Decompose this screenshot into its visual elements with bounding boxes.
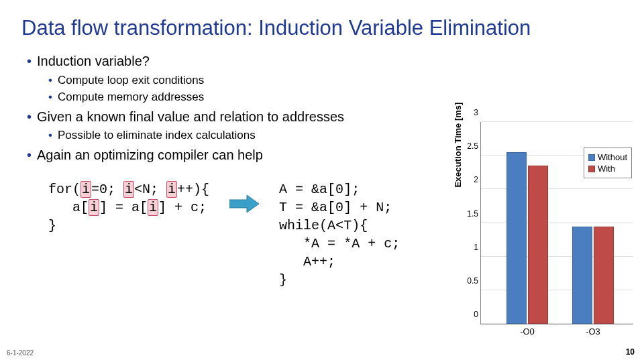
page-number: 10: [626, 347, 635, 357]
legend-item: Without: [588, 152, 627, 162]
code-line: T = &a[0] + N;: [279, 200, 392, 215]
arrow-right-icon: [229, 195, 259, 215]
chart-ytick: 3: [474, 108, 481, 117]
legend-item: With: [588, 164, 627, 174]
legend-swatch-icon: [588, 154, 595, 161]
footer-date: 6-1-2022: [7, 349, 34, 357]
chart-ytick: 1: [474, 243, 481, 252]
bullet-level2: •Compute memory addresses: [48, 89, 623, 105]
chart-bar: [594, 227, 614, 324]
code-token: }: [48, 218, 56, 233]
bullet-text: Compute memory addresses: [58, 90, 204, 103]
slide: Data flow transformation: Induction Vari…: [0, 0, 644, 362]
bullet-text: Again an optimizing compiler can help: [37, 147, 263, 162]
bullet-level2: •Compute loop exit conditions: [48, 72, 623, 88]
chart-gridline: [481, 188, 633, 189]
chart-bar: [572, 227, 592, 324]
code-highlight: i: [89, 199, 99, 216]
code-highlight: i: [80, 181, 91, 198]
code-line: A = &a[0];: [279, 182, 360, 197]
code-token: =0;: [91, 182, 123, 197]
bullet-level1: •Induction variable?: [27, 52, 623, 71]
code-token: ++){: [177, 182, 209, 197]
chart-ytick: 2: [474, 175, 481, 184]
code-left: for(i=0; i<N; i++){ a[i] = a[i] + c; }: [48, 180, 209, 235]
legend-label: Without: [598, 152, 627, 162]
code-line: }: [279, 272, 287, 288]
bullet-text: Possible to eliminate index calculations: [58, 129, 256, 141]
code-highlight: i: [123, 181, 134, 198]
chart-ylabel: Execution Time [ms]: [453, 103, 463, 188]
code-token: ] + c;: [158, 200, 207, 215]
chart-ytick: 2.5: [467, 141, 481, 151]
code-highlight: i: [148, 199, 158, 216]
chart-gridline: [481, 223, 633, 223]
chart-xtick: -O0: [520, 324, 535, 337]
code-line: *A = *A + c;: [279, 236, 400, 251]
chart-legend: Without With: [584, 147, 632, 178]
slide-title: Data flow transformation: Induction Vari…: [21, 16, 623, 40]
chart-gridline: [481, 121, 633, 122]
code-right: A = &a[0]; T = &a[0] + N; while(A<T){ *A…: [279, 180, 400, 289]
code-token: ] = a[: [99, 200, 148, 215]
chart-ytick: 1.5: [467, 209, 481, 219]
code-token: for(: [48, 182, 80, 197]
chart-bar: [528, 166, 548, 324]
code-token: a[: [48, 200, 89, 215]
chart-bar: [506, 152, 527, 324]
code-line: while(A<T){: [279, 218, 368, 233]
bullet-text: Induction variable?: [37, 54, 150, 68]
svg-marker-0: [229, 195, 259, 213]
chart-ytick: 0.5: [467, 276, 481, 286]
legend-swatch-icon: [588, 166, 595, 172]
code-token: <N;: [134, 182, 166, 197]
legend-label: With: [598, 164, 615, 174]
code-line: A++;: [279, 254, 335, 269]
bullet-text: Given a known final value and relation t…: [37, 109, 344, 124]
code-highlight: i: [166, 181, 177, 198]
bullet-text: Compute loop exit conditions: [58, 74, 204, 86]
chart-ytick: 0: [474, 310, 481, 319]
chart-xtick: -O3: [586, 324, 600, 337]
bar-chart: Execution Time [ms] 00.511.522.53-O0-O3 …: [460, 119, 636, 341]
